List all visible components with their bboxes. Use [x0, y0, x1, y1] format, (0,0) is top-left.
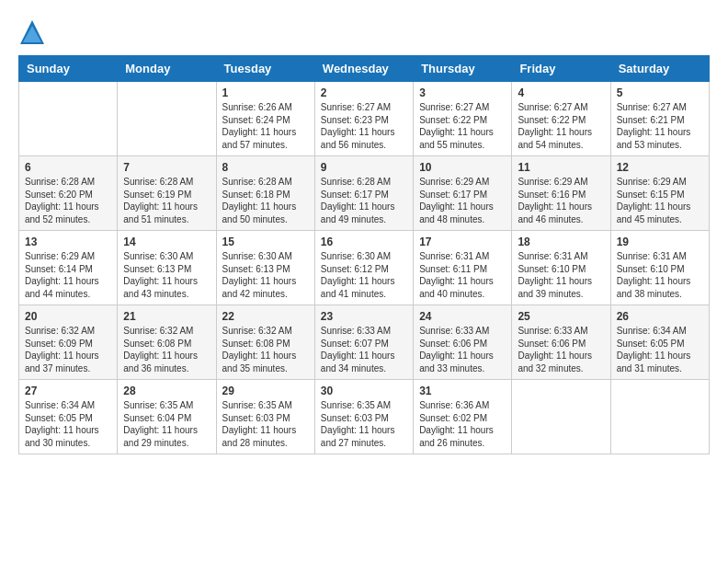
calendar-header-row: SundayMondayTuesdayWednesdayThursdayFrid… — [19, 56, 710, 82]
calendar-cell: 12Sunrise: 6:29 AM Sunset: 6:15 PM Dayli… — [610, 156, 709, 231]
calendar-cell: 27Sunrise: 6:34 AM Sunset: 6:05 PM Dayli… — [19, 380, 118, 454]
calendar-cell: 3Sunrise: 6:27 AM Sunset: 6:22 PM Daylig… — [414, 82, 512, 156]
day-number: 9 — [321, 161, 407, 174]
day-info: Sunrise: 6:26 AM Sunset: 6:24 PM Dayligh… — [222, 101, 309, 151]
calendar-cell: 10Sunrise: 6:29 AM Sunset: 6:17 PM Dayli… — [414, 156, 512, 231]
calendar-cell: 20Sunrise: 6:32 AM Sunset: 6:09 PM Dayli… — [19, 305, 118, 380]
day-number: 4 — [518, 86, 604, 99]
day-number: 25 — [518, 310, 604, 323]
logo — [18, 18, 50, 46]
day-info: Sunrise: 6:27 AM Sunset: 6:22 PM Dayligh… — [518, 101, 604, 151]
calendar-cell: 6Sunrise: 6:28 AM Sunset: 6:20 PM Daylig… — [19, 156, 118, 231]
header-friday: Friday — [512, 56, 610, 82]
day-number: 2 — [321, 86, 407, 99]
calendar-cell: 2Sunrise: 6:27 AM Sunset: 6:23 PM Daylig… — [314, 82, 413, 156]
calendar-cell: 30Sunrise: 6:35 AM Sunset: 6:03 PM Dayli… — [314, 380, 413, 454]
day-info: Sunrise: 6:35 AM Sunset: 6:03 PM Dayligh… — [321, 399, 407, 449]
calendar-week-row: 20Sunrise: 6:32 AM Sunset: 6:09 PM Dayli… — [19, 305, 710, 380]
calendar-cell: 31Sunrise: 6:36 AM Sunset: 6:02 PM Dayli… — [414, 380, 512, 454]
day-info: Sunrise: 6:30 AM Sunset: 6:13 PM Dayligh… — [123, 250, 210, 300]
header-sunday: Sunday — [19, 56, 118, 82]
calendar-cell: 22Sunrise: 6:32 AM Sunset: 6:08 PM Dayli… — [216, 305, 314, 380]
day-info: Sunrise: 6:36 AM Sunset: 6:02 PM Dayligh… — [419, 399, 506, 449]
calendar-cell — [19, 82, 118, 156]
calendar-cell: 17Sunrise: 6:31 AM Sunset: 6:11 PM Dayli… — [414, 231, 512, 305]
calendar-cell: 16Sunrise: 6:30 AM Sunset: 6:12 PM Dayli… — [314, 231, 413, 305]
calendar-table: SundayMondayTuesdayWednesdayThursdayFrid… — [18, 55, 710, 454]
day-number: 15 — [222, 236, 309, 248]
calendar-cell: 4Sunrise: 6:27 AM Sunset: 6:22 PM Daylig… — [512, 82, 610, 156]
calendar-cell: 9Sunrise: 6:28 AM Sunset: 6:17 PM Daylig… — [314, 156, 413, 231]
logo-icon — [18, 18, 46, 46]
calendar-cell — [610, 380, 709, 454]
day-number: 7 — [123, 161, 210, 174]
day-number: 28 — [123, 385, 210, 397]
day-info: Sunrise: 6:27 AM Sunset: 6:22 PM Dayligh… — [419, 101, 506, 151]
day-number: 26 — [617, 310, 703, 323]
day-number: 13 — [25, 236, 111, 248]
calendar-cell: 29Sunrise: 6:35 AM Sunset: 6:03 PM Dayli… — [216, 380, 314, 454]
day-info: Sunrise: 6:28 AM Sunset: 6:18 PM Dayligh… — [222, 176, 309, 225]
day-info: Sunrise: 6:28 AM Sunset: 6:17 PM Dayligh… — [321, 176, 407, 225]
day-info: Sunrise: 6:31 AM Sunset: 6:10 PM Dayligh… — [617, 250, 703, 300]
day-number: 31 — [419, 385, 506, 397]
day-number: 27 — [25, 385, 111, 397]
day-info: Sunrise: 6:30 AM Sunset: 6:13 PM Dayligh… — [222, 250, 309, 300]
calendar-cell: 15Sunrise: 6:30 AM Sunset: 6:13 PM Dayli… — [216, 231, 314, 305]
day-number: 12 — [617, 161, 703, 174]
day-info: Sunrise: 6:34 AM Sunset: 6:05 PM Dayligh… — [25, 399, 111, 449]
day-number: 30 — [321, 385, 407, 397]
calendar-cell: 25Sunrise: 6:33 AM Sunset: 6:06 PM Dayli… — [512, 305, 610, 380]
header-thursday: Thursday — [414, 56, 512, 82]
calendar-week-row: 1Sunrise: 6:26 AM Sunset: 6:24 PM Daylig… — [19, 82, 710, 156]
calendar-cell: 28Sunrise: 6:35 AM Sunset: 6:04 PM Dayli… — [118, 380, 216, 454]
calendar-cell — [118, 82, 216, 156]
day-info: Sunrise: 6:33 AM Sunset: 6:06 PM Dayligh… — [518, 325, 604, 374]
day-info: Sunrise: 6:27 AM Sunset: 6:21 PM Dayligh… — [617, 101, 703, 151]
day-info: Sunrise: 6:29 AM Sunset: 6:17 PM Dayligh… — [419, 176, 506, 225]
day-info: Sunrise: 6:27 AM Sunset: 6:23 PM Dayligh… — [321, 101, 407, 151]
day-number: 5 — [617, 86, 703, 99]
day-info: Sunrise: 6:32 AM Sunset: 6:08 PM Dayligh… — [222, 325, 309, 374]
day-number: 22 — [222, 310, 309, 323]
day-info: Sunrise: 6:28 AM Sunset: 6:19 PM Dayligh… — [123, 176, 210, 225]
header-wednesday: Wednesday — [314, 56, 413, 82]
day-number: 14 — [123, 236, 210, 248]
calendar-cell: 14Sunrise: 6:30 AM Sunset: 6:13 PM Dayli… — [118, 231, 216, 305]
calendar-week-row: 13Sunrise: 6:29 AM Sunset: 6:14 PM Dayli… — [19, 231, 710, 305]
day-number: 1 — [222, 86, 309, 99]
calendar-cell: 7Sunrise: 6:28 AM Sunset: 6:19 PM Daylig… — [118, 156, 216, 231]
day-number: 18 — [518, 236, 604, 248]
calendar-cell: 5Sunrise: 6:27 AM Sunset: 6:21 PM Daylig… — [610, 82, 709, 156]
day-number: 21 — [123, 310, 210, 323]
calendar-cell: 21Sunrise: 6:32 AM Sunset: 6:08 PM Dayli… — [118, 305, 216, 380]
calendar-cell: 26Sunrise: 6:34 AM Sunset: 6:05 PM Dayli… — [610, 305, 709, 380]
calendar-cell: 1Sunrise: 6:26 AM Sunset: 6:24 PM Daylig… — [216, 82, 314, 156]
calendar-cell: 11Sunrise: 6:29 AM Sunset: 6:16 PM Dayli… — [512, 156, 610, 231]
calendar-cell: 13Sunrise: 6:29 AM Sunset: 6:14 PM Dayli… — [19, 231, 118, 305]
day-number: 10 — [419, 161, 506, 174]
day-info: Sunrise: 6:29 AM Sunset: 6:15 PM Dayligh… — [617, 176, 703, 225]
day-number: 17 — [419, 236, 506, 248]
day-info: Sunrise: 6:30 AM Sunset: 6:12 PM Dayligh… — [321, 250, 407, 300]
day-info: Sunrise: 6:33 AM Sunset: 6:07 PM Dayligh… — [321, 325, 407, 374]
calendar-cell: 19Sunrise: 6:31 AM Sunset: 6:10 PM Dayli… — [610, 231, 709, 305]
day-number: 8 — [222, 161, 309, 174]
header-tuesday: Tuesday — [216, 56, 314, 82]
page-header — [18, 18, 710, 46]
day-number: 16 — [321, 236, 407, 248]
day-number: 3 — [419, 86, 506, 99]
day-info: Sunrise: 6:33 AM Sunset: 6:06 PM Dayligh… — [419, 325, 506, 374]
calendar-cell: 24Sunrise: 6:33 AM Sunset: 6:06 PM Dayli… — [414, 305, 512, 380]
header-saturday: Saturday — [610, 56, 709, 82]
day-info: Sunrise: 6:31 AM Sunset: 6:11 PM Dayligh… — [419, 250, 506, 300]
day-number: 29 — [222, 385, 309, 397]
calendar-cell: 18Sunrise: 6:31 AM Sunset: 6:10 PM Dayli… — [512, 231, 610, 305]
calendar-cell — [512, 380, 610, 454]
day-info: Sunrise: 6:31 AM Sunset: 6:10 PM Dayligh… — [518, 250, 604, 300]
day-number: 24 — [419, 310, 506, 323]
calendar-week-row: 27Sunrise: 6:34 AM Sunset: 6:05 PM Dayli… — [19, 380, 710, 454]
day-number: 20 — [25, 310, 111, 323]
calendar-cell: 8Sunrise: 6:28 AM Sunset: 6:18 PM Daylig… — [216, 156, 314, 231]
day-info: Sunrise: 6:29 AM Sunset: 6:14 PM Dayligh… — [25, 250, 111, 300]
